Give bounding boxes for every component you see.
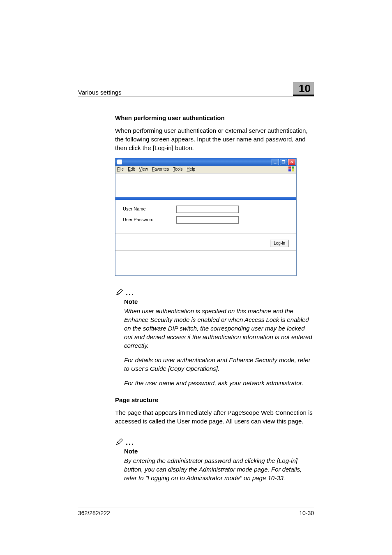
window-app-icon	[117, 160, 122, 164]
note-icon	[115, 437, 124, 446]
footer-model-number: 362/282/222	[78, 510, 110, 516]
user-name-label: User Name	[123, 206, 176, 212]
subsection-heading-auth: When performing user authentication	[115, 113, 314, 122]
note1-paragraph-2: For details on user authentication and E…	[124, 356, 314, 373]
window-titlebar: _ ❐ ✕	[115, 158, 296, 166]
window-footer-space	[115, 251, 296, 275]
window-close-button[interactable]: ✕	[288, 159, 295, 165]
note1-paragraph-3: For the user name and password, ask your…	[124, 379, 314, 387]
page-structure-paragraph: The page that appears immediately after …	[115, 408, 314, 426]
note-dots-icon: ...	[126, 441, 134, 446]
auth-intro-paragraph: When performing user authentication or e…	[115, 126, 314, 152]
user-name-input[interactable]	[176, 206, 239, 213]
menu-tools[interactable]: Tools	[173, 166, 182, 172]
menu-file[interactable]: File	[117, 166, 124, 172]
menu-view[interactable]: View	[139, 166, 148, 172]
user-password-input[interactable]	[176, 216, 239, 224]
chapter-number-badge: 10	[293, 82, 314, 96]
note-dots-icon: ...	[126, 291, 134, 296]
note-label-2: Note	[115, 447, 314, 456]
window-maximize-button[interactable]: ❐	[280, 159, 287, 165]
menu-favorites[interactable]: Favorites	[152, 166, 169, 172]
note2-paragraph-1: By entering the administrator password a…	[124, 456, 314, 482]
note-icon	[115, 287, 124, 296]
menubar: File Edit View Favorites Tools Help	[115, 166, 296, 173]
running-header: Various settings	[78, 89, 122, 96]
note1-paragraph-1: When user authentication is specified on…	[124, 307, 314, 350]
subsection-heading-page-structure: Page structure	[115, 395, 314, 404]
windows-flag-icon	[288, 166, 295, 172]
login-button[interactable]: Log-in	[270, 240, 289, 247]
menu-edit[interactable]: Edit	[128, 166, 135, 172]
note-label-1: Note	[115, 297, 314, 306]
window-minimize-button[interactable]: _	[272, 159, 279, 165]
header-banner	[115, 173, 296, 198]
user-password-label: User Password	[123, 217, 176, 223]
footer-page-number: 10-30	[299, 510, 314, 516]
login-window: _ ❐ ✕ File Edit View Favorites Tools Hel…	[115, 158, 297, 276]
menu-help[interactable]: Help	[187, 166, 195, 172]
